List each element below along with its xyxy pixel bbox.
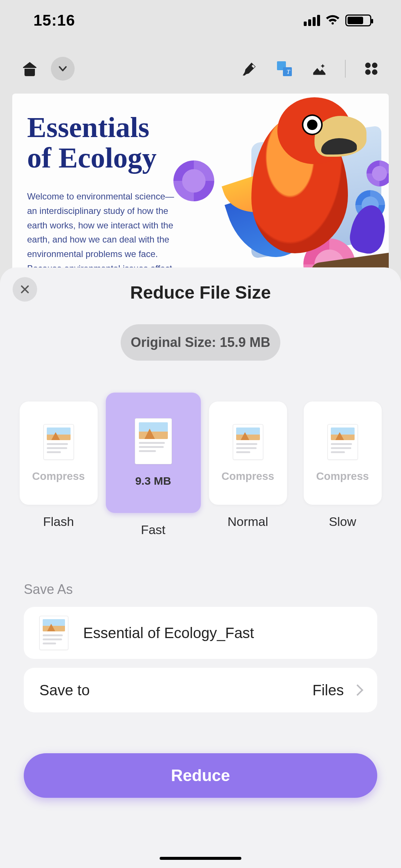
close-button[interactable] xyxy=(13,277,37,302)
option-slow[interactable]: Compress Slow xyxy=(304,402,382,537)
apps-grid-button[interactable] xyxy=(362,59,381,78)
reduce-button-label: Reduce xyxy=(171,766,230,785)
status-bar: 15:16 xyxy=(0,0,401,41)
filename-value: Essential of Ecology_Fast xyxy=(83,625,254,641)
original-size-label: Original Size: xyxy=(131,335,216,350)
option-flash[interactable]: Compress Flash xyxy=(20,402,98,537)
document-thumb-icon xyxy=(39,616,68,650)
option-normal-sublabel: Compress xyxy=(222,470,274,482)
chevron-down-icon xyxy=(57,63,68,74)
image-tools-button[interactable] xyxy=(310,59,329,78)
document-title-line2: of Ecology xyxy=(27,142,157,174)
option-normal[interactable]: Compress Normal xyxy=(209,402,287,537)
cellular-signal-icon xyxy=(304,15,320,26)
document-thumb-icon xyxy=(327,424,358,460)
home-indicator xyxy=(160,857,241,860)
option-fast[interactable]: 9.3 MB Fast xyxy=(114,402,192,537)
svg-point-6 xyxy=(372,69,378,75)
option-flash-label: Flash xyxy=(43,514,74,529)
save-as-section: Save As Essential of Ecology_Fast Save t… xyxy=(0,582,401,712)
document-thumb-icon xyxy=(135,418,172,464)
reduce-button[interactable]: Reduce xyxy=(24,753,377,798)
option-flash-sublabel: Compress xyxy=(32,470,85,482)
original-size-pill: Original Size: 15.9 MB xyxy=(121,324,280,361)
option-normal-label: Normal xyxy=(228,514,268,529)
translate-button[interactable]: T xyxy=(275,59,294,78)
document-thumb-icon xyxy=(43,424,74,460)
chevron-right-icon xyxy=(352,684,363,696)
save-to-label: Save to xyxy=(39,682,90,699)
option-slow-label: Slow xyxy=(329,514,356,529)
option-fast-label: Fast xyxy=(141,523,165,537)
svg-point-4 xyxy=(372,63,378,68)
battery-icon xyxy=(345,14,371,26)
original-size-value: 15.9 MB xyxy=(220,335,270,350)
sheet-title: Reduce File Size xyxy=(0,267,401,303)
highlighter-button[interactable] xyxy=(240,59,259,78)
filename-field[interactable]: Essential of Ecology_Fast xyxy=(24,607,377,659)
toolbar-divider xyxy=(345,60,346,78)
svg-point-3 xyxy=(365,63,371,68)
status-icons xyxy=(304,14,371,26)
save-to-row[interactable]: Save to Files xyxy=(24,668,377,712)
option-fast-size: 9.3 MB xyxy=(135,475,171,487)
document-title-line1: Essentials xyxy=(27,111,149,143)
status-time: 15:16 xyxy=(33,12,75,29)
save-to-value: Files xyxy=(313,682,344,699)
option-slow-sublabel: Compress xyxy=(316,470,369,482)
svg-text:T: T xyxy=(287,69,290,75)
home-button[interactable] xyxy=(20,59,39,78)
close-icon xyxy=(19,284,30,295)
wifi-icon xyxy=(325,15,340,26)
compression-options: Compress Flash 9.3 MB Fast xyxy=(0,402,401,537)
save-as-label: Save As xyxy=(24,582,377,597)
parrot-illustration xyxy=(188,94,389,287)
document-thumb-icon xyxy=(233,424,263,460)
app-toolbar: T xyxy=(0,48,401,89)
reduce-file-size-sheet: Reduce File Size Original Size: 15.9 MB … xyxy=(0,267,401,868)
svg-point-5 xyxy=(365,69,371,75)
dropdown-button[interactable] xyxy=(51,57,75,81)
